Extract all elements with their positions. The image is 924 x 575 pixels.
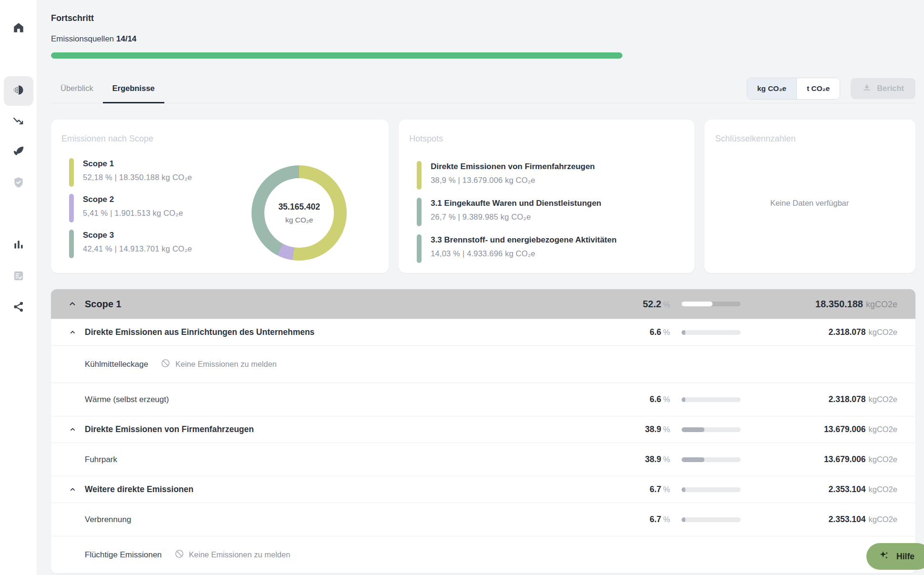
report-button[interactable]: Bericht	[851, 78, 915, 99]
tab-bar: Überblick Ergebnisse kg CO₂e t CO₂e Beri…	[51, 74, 915, 103]
value-unit: kgCO2e	[868, 425, 897, 434]
value-number: 2.318.078	[829, 394, 866, 404]
value-number: 18.350.188	[815, 299, 863, 309]
table-row-verbrennung[interactable]: Verbrennung 6.7% 2.353.104kgCO2e	[51, 503, 915, 536]
tabs: Überblick Ergebnisse	[51, 74, 164, 103]
row-progress-bar	[682, 397, 741, 402]
card-title-hotspots: Hotspots	[408, 134, 684, 144]
card-title-scope: Emissionen nach Scope	[60, 134, 378, 144]
row-percent: 6.7%	[608, 514, 670, 525]
scope1-value: 52,18 % | 18.350.188 kg CO₂e	[83, 173, 192, 182]
scope2-label: Scope 2	[83, 194, 183, 204]
percent-sign: %	[663, 485, 670, 494]
sidebar-item-sustainability[interactable]	[4, 138, 33, 167]
chevron-up-icon[interactable]	[67, 327, 78, 338]
percent-value: 38.9	[645, 454, 661, 464]
help-button-label: Hilfe	[896, 552, 914, 562]
percent-sign: %	[663, 328, 670, 336]
scope2-value: 5,41 % | 1.901.513 kg CO₂e	[83, 209, 183, 218]
percent-sign: %	[663, 455, 670, 464]
no-emissions-icon	[174, 549, 184, 561]
row-label: Flüchtige Emissionen	[85, 550, 162, 560]
percent-value: 6.6	[650, 394, 661, 404]
table-row-waerme[interactable]: Wärme (selbst erzeugt) 6.6% 2.318.078kgC…	[51, 383, 915, 416]
scope1-label: Scope 1	[83, 158, 192, 169]
sources-progress-fill	[51, 52, 623, 59]
sidebar-item-share[interactable]	[4, 293, 33, 323]
sources-progress-bar	[51, 52, 623, 59]
chevron-up-icon[interactable]	[67, 484, 78, 495]
checklist-icon	[12, 270, 25, 284]
unit-toggle: kg CO₂e t CO₂e	[747, 78, 840, 100]
row-value: 2.318.078kgCO2e	[752, 394, 897, 404]
row-value: 13.679.006kgCO2e	[752, 454, 897, 464]
hotspot-item-1: Direkte Emissionen von Firmenfahrzeugen …	[417, 161, 684, 190]
hotspot2-swatch	[417, 198, 422, 226]
row-progress-bar	[682, 427, 741, 432]
row-value: 13.679.006kgCO2e	[752, 424, 897, 434]
value-unit: kgCO2e	[868, 485, 897, 494]
row-label: Wärme (selbst erzeugt)	[85, 395, 169, 404]
row-progress-bar	[682, 487, 741, 492]
report-button-label: Bericht	[877, 84, 904, 93]
sidebar-item-results[interactable]	[4, 76, 33, 106]
table-row-firmenfahrzeuge[interactable]: Direkte Emissionen von Firmenfahrzeugen …	[51, 416, 915, 443]
row-percent: 38.9%	[608, 424, 670, 434]
row-progress-fill	[682, 517, 685, 522]
scope-donut-center: 35.165.402 kg CO₂e	[264, 178, 334, 248]
scope-donut-ring: 35.165.402 kg CO₂e	[251, 165, 347, 261]
row-value: 2.353.104kgCO2e	[752, 514, 897, 525]
table-row-weitere-direkte[interactable]: Weitere direkte Emissionen 6.7% 2.353.10…	[51, 476, 915, 503]
toolbar: kg CO₂e t CO₂e Bericht	[747, 78, 915, 100]
summary-cards: Emissionen nach Scope Scope 1 52,18 % | …	[51, 120, 915, 273]
value-unit: kgCO2e	[868, 455, 897, 464]
sparkles-icon	[879, 550, 890, 563]
hotspot-item-2: 3.1 Eingekaufte Waren und Dienstleistung…	[417, 198, 684, 226]
hotspot-item-3: 3.3 Brennstoff- und energiebezogene Akti…	[417, 234, 684, 263]
percent-sign: %	[663, 300, 670, 309]
tab-results[interactable]: Ergebnisse	[103, 74, 164, 103]
value-unit: kgCO2e	[868, 328, 897, 336]
percent-value: 6.7	[650, 514, 661, 524]
unit-option-t[interactable]: t CO₂e	[796, 78, 840, 99]
percent-sign: %	[663, 395, 670, 404]
chevron-up-icon[interactable]	[67, 424, 78, 435]
share-icon	[12, 301, 25, 315]
row-percent: 6.7%	[608, 484, 670, 494]
percent-value: 6.7	[650, 484, 661, 494]
value-number: 13.679.006	[824, 424, 866, 434]
hotspots-list: Direkte Emissionen von Firmenfahrzeugen …	[417, 161, 684, 263]
no-emissions-note: Keine Emissionen zu melden	[175, 360, 277, 369]
row-progress-bar	[682, 517, 741, 522]
row-percent: 6.6%	[608, 394, 670, 404]
app-root: { "header": { "title": "Fortschritt", "s…	[0, 0, 924, 575]
shield-check-icon	[12, 176, 25, 191]
value-unit: kgCO2e	[868, 515, 897, 524]
row-label: Direkte Emissionen aus Einrichtungen des…	[85, 327, 314, 337]
sidebar-item-home[interactable]	[4, 14, 33, 43]
help-button[interactable]: Hilfe	[866, 543, 924, 570]
chevron-up-icon[interactable]	[67, 298, 78, 310]
row-label: Fuhrpark	[85, 455, 117, 464]
table-row-fuhrpark[interactable]: Fuhrpark 38.9% 13.679.006kgCO2e	[51, 443, 915, 476]
row-label: Weitere direkte Emissionen	[85, 484, 193, 494]
card-title-key-figures: Schlüsselkennzahlen	[714, 134, 905, 144]
hotspot3-swatch	[417, 234, 422, 263]
unit-option-kg[interactable]: kg CO₂e	[747, 78, 796, 99]
sidebar-item-compliance[interactable]	[4, 169, 33, 198]
hotspot3-value: 14,03 % | 4.933.696 kg CO₂e	[431, 249, 616, 258]
sidebar-item-reduction[interactable]	[4, 107, 33, 137]
row-label: Kühlmittelleckage	[85, 360, 148, 369]
sidebar-item-tasks[interactable]	[4, 262, 33, 292]
results-donut-icon	[12, 83, 25, 99]
table-row-facilities[interactable]: Direkte Emissionen aus Einrichtungen des…	[51, 319, 915, 345]
key-figures-empty-state: Keine Daten verfügbar	[714, 144, 905, 262]
table-row-fluechtige-emissionen[interactable]: Flüchtige Emissionen Keine Emissionen zu…	[51, 536, 915, 573]
row-progress-fill	[682, 427, 704, 432]
sidebar-item-analytics[interactable]	[4, 231, 33, 261]
table-row-scope1[interactable]: Scope 1 52.2% 18.350.188kgCO2e	[51, 289, 915, 319]
donut-total-value: 35.165.402	[278, 202, 320, 212]
tab-overview[interactable]: Überblick	[51, 74, 103, 103]
row-value: 2.318.078kgCO2e	[752, 327, 897, 337]
table-row-kuehlmittelleckage[interactable]: Kühlmittelleckage Keine Emissionen zu me…	[51, 345, 915, 383]
